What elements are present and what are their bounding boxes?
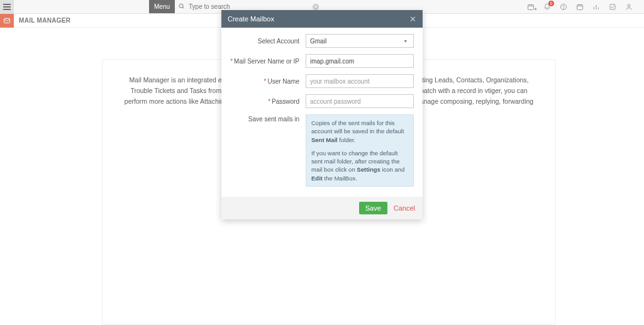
save-button[interactable]: Save bbox=[359, 202, 387, 214]
calendar-icon[interactable] bbox=[576, 3, 584, 11]
save-sent-info: Copies of the sent mails for this accoun… bbox=[306, 114, 414, 187]
menu-button[interactable]: Menu bbox=[149, 0, 175, 13]
hamburger-menu[interactable] bbox=[0, 0, 14, 13]
password-input[interactable] bbox=[306, 94, 414, 108]
svg-rect-15 bbox=[610, 4, 615, 9]
password-label: *Password bbox=[230, 98, 306, 105]
tasks-icon[interactable] bbox=[609, 3, 616, 11]
quick-create-icon[interactable] bbox=[527, 3, 535, 11]
cancel-button[interactable]: Cancel bbox=[394, 204, 415, 212]
user-icon[interactable] bbox=[625, 3, 633, 11]
svg-point-0 bbox=[179, 4, 183, 8]
svg-rect-2 bbox=[528, 4, 534, 9]
modal-title: Create Mailbox bbox=[228, 15, 409, 23]
select-account-label: Select Account bbox=[230, 38, 306, 45]
select-account-dropdown[interactable]: Gmail bbox=[306, 34, 414, 48]
svg-point-7 bbox=[564, 8, 564, 9]
mail-server-label: *Mail Server Name or IP bbox=[230, 58, 306, 65]
reports-icon[interactable] bbox=[592, 3, 600, 11]
svg-rect-8 bbox=[577, 4, 583, 9]
svg-point-16 bbox=[628, 4, 630, 7]
user-name-label: *User Name bbox=[230, 78, 306, 85]
sidebar-mail-icon[interactable] bbox=[0, 14, 14, 28]
notifications-icon[interactable]: 0 bbox=[543, 3, 551, 11]
notifications-badge: 0 bbox=[548, 1, 554, 6]
create-mailbox-modal: Create Mailbox ✕ Select Account Gmail *M… bbox=[221, 10, 423, 219]
search-icon bbox=[179, 3, 185, 11]
help-icon[interactable] bbox=[560, 3, 567, 11]
svg-line-1 bbox=[182, 7, 184, 8]
search-clear-icon[interactable]: ✕ bbox=[313, 4, 319, 10]
mail-server-input[interactable] bbox=[306, 54, 414, 68]
user-name-input[interactable] bbox=[306, 74, 414, 88]
modal-close-icon[interactable]: ✕ bbox=[409, 14, 416, 24]
page-title: MAIL MANAGER bbox=[19, 17, 70, 24]
save-sent-label: Save sent mails in bbox=[230, 114, 306, 123]
